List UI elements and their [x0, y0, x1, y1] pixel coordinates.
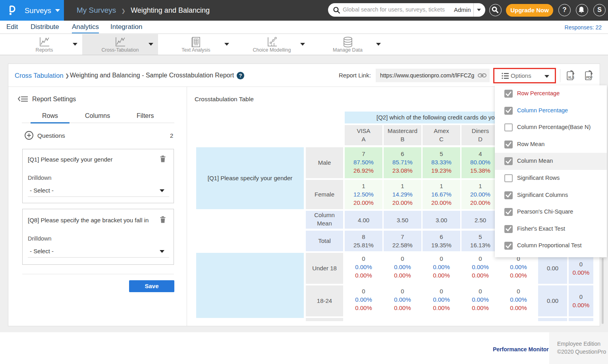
svg-text:XLS: XLS: [568, 75, 574, 79]
svg-text:PDF: PDF: [586, 75, 593, 79]
